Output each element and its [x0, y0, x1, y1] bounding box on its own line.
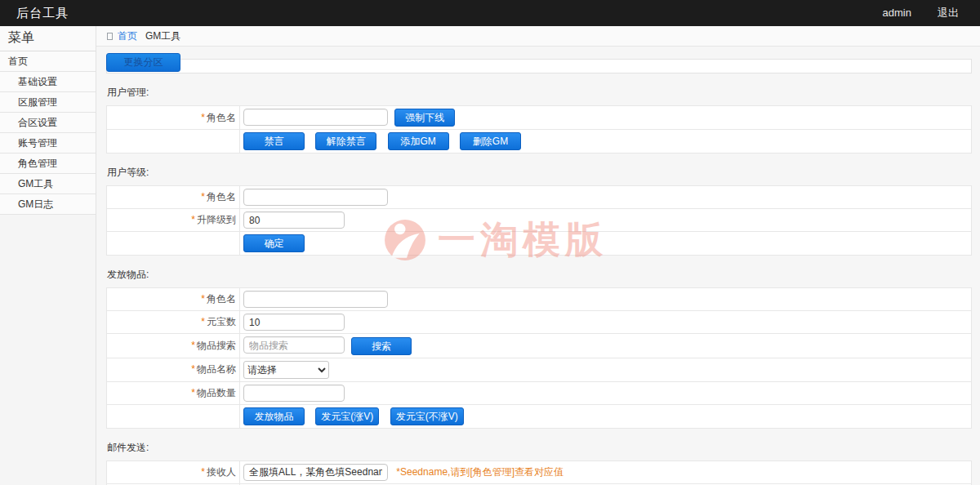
- item-search-field-cell: 搜索: [240, 334, 972, 358]
- empty-label-cell: [107, 404, 240, 428]
- section-title-mail-send: 邮件发送:: [107, 441, 972, 455]
- required-mark: *: [201, 112, 205, 123]
- empty-label-cell: [107, 130, 240, 154]
- receiver-input[interactable]: [243, 464, 388, 481]
- sidebar: 菜单 首页 基础设置 区服管理 合区设置 账号管理 角色管理 GM工具 GM日志: [0, 26, 96, 485]
- table-row: *角色名: [107, 186, 972, 209]
- role-name-label: 角色名: [207, 293, 236, 305]
- level-label: 升降级到: [197, 214, 236, 225]
- level-input[interactable]: [243, 211, 345, 229]
- breadcrumb-home-link[interactable]: 首页: [118, 29, 137, 43]
- unmute-button[interactable]: 解除禁言: [315, 132, 376, 150]
- mail-send-form: *接收人 *Seedname,请到[角色管理]查看对应值 *标题: [106, 461, 972, 485]
- add-gm-button[interactable]: 添加GM: [388, 132, 449, 150]
- section-title-user-level: 用户等级:: [107, 166, 972, 180]
- table-row: *元宝数: [107, 311, 972, 334]
- yuanbao-label: 元宝数: [207, 316, 236, 327]
- item-name-label-cell: *物品名称: [107, 358, 240, 381]
- yuanbao-amount-input[interactable]: [243, 314, 345, 331]
- grant-actions-cell: 发放物品 发元宝(涨V) 发元宝(不涨V): [240, 404, 972, 428]
- item-search-input[interactable]: [243, 336, 345, 354]
- switch-zone-button[interactable]: 更换分区: [106, 53, 180, 72]
- item-qty-label-cell: *物品数量: [107, 381, 240, 404]
- item-qty-input[interactable]: [243, 385, 345, 402]
- role-name-label-cell: *角色名: [107, 186, 240, 209]
- section-title-user-management: 用户管理:: [107, 86, 972, 100]
- required-mark: *: [191, 387, 195, 398]
- page-body: 更换分区 用户管理: *角色名 强制下线 禁言: [96, 47, 980, 485]
- item-search-label: 物品搜索: [197, 340, 236, 351]
- sidebar-item-role-management[interactable]: 角色管理: [0, 154, 96, 174]
- table-row: *物品名称 请选择: [107, 358, 972, 381]
- main-layout: 菜单 首页 基础设置 区服管理 合区设置 账号管理 角色管理 GM工具 GM日志…: [0, 26, 980, 485]
- required-mark: *: [201, 293, 205, 305]
- zone-tab-bar: 更换分区: [106, 54, 972, 73]
- role-name-label-cell: *角色名: [107, 106, 240, 130]
- table-row: *接收人 *Seedname,请到[角色管理]查看对应值: [107, 461, 972, 483]
- required-mark: *: [201, 466, 205, 478]
- force-offline-button[interactable]: 强制下线: [394, 109, 455, 127]
- content-area: 首页 GM工具 更换分区 用户管理: *角色名 强制下线: [96, 26, 980, 485]
- role-name-input[interactable]: [243, 109, 388, 126]
- item-search-label-cell: *物品搜索: [107, 334, 240, 358]
- app-title: 后台工具: [0, 6, 69, 21]
- receiver-label-cell: *接收人: [107, 461, 240, 483]
- section-title-grant-items: 发放物品:: [107, 268, 972, 282]
- required-mark: *: [201, 191, 205, 202]
- table-row: *角色名: [107, 288, 972, 311]
- user-management-form: *角色名 强制下线 禁言 解除禁言 添加GM 删除GM: [106, 105, 972, 154]
- role-name-label: 角色名: [207, 112, 236, 123]
- table-row: *物品搜索 搜索: [107, 334, 972, 358]
- required-mark: *: [201, 316, 205, 327]
- sidebar-item-account-management[interactable]: 账号管理: [0, 133, 96, 154]
- yuanbao-label-cell: *元宝数: [107, 311, 240, 334]
- table-row: *物品数量: [107, 381, 972, 404]
- sidebar-item-gm-logs[interactable]: GM日志: [0, 194, 96, 215]
- top-bar: 后台工具 admin 退出: [0, 0, 980, 26]
- breadcrumb-current: GM工具: [145, 29, 180, 43]
- role-name-label: 角色名: [207, 191, 236, 202]
- user-level-form: *角色名 *升降级到 确定: [106, 185, 972, 256]
- receiver-label: 接收人: [207, 466, 236, 478]
- role-name-field-cell: 强制下线: [240, 106, 972, 130]
- delete-gm-button[interactable]: 删除GM: [460, 132, 521, 150]
- item-name-field-cell: 请选择: [240, 358, 972, 381]
- user-actions-cell: 禁言 解除禁言 添加GM 删除GM: [240, 130, 972, 154]
- send-yuanbao-v-button[interactable]: 发元宝(涨V): [315, 407, 379, 425]
- sidebar-title: 菜单: [0, 26, 96, 51]
- current-user-link[interactable]: admin: [870, 0, 924, 26]
- grant-role-name-input[interactable]: [243, 291, 388, 308]
- confirm-button[interactable]: 确定: [243, 234, 305, 252]
- table-row: 发放物品 发元宝(涨V) 发元宝(不涨V): [107, 404, 972, 428]
- level-label-cell: *升降级到: [107, 209, 240, 232]
- sidebar-item-zone-management[interactable]: 区服管理: [0, 92, 96, 113]
- send-item-button[interactable]: 发放物品: [243, 407, 305, 425]
- table-row: 禁言 解除禁言 添加GM 删除GM: [107, 130, 972, 154]
- zone-tab-panel: [106, 59, 972, 73]
- home-icon: [107, 33, 113, 40]
- level-field-cell: [240, 209, 972, 232]
- level-role-name-input[interactable]: [243, 189, 388, 206]
- table-row: 确定: [107, 232, 972, 256]
- sidebar-item-home[interactable]: 首页: [0, 51, 96, 72]
- empty-label-cell: [107, 232, 240, 256]
- yuanbao-field-cell: [240, 311, 972, 334]
- receiver-field-cell: *Seedname,请到[角色管理]查看对应值: [240, 461, 972, 483]
- receiver-note: *Seedname,请到[角色管理]查看对应值: [396, 466, 564, 478]
- role-name-field-cell: [240, 288, 972, 311]
- sidebar-item-merge-settings[interactable]: 合区设置: [0, 113, 96, 133]
- logout-link[interactable]: 退出: [924, 0, 980, 26]
- role-name-field-cell: [240, 186, 972, 209]
- confirm-cell: 确定: [240, 232, 972, 256]
- table-row: *角色名 强制下线: [107, 106, 972, 130]
- sidebar-item-basic-settings[interactable]: 基础设置: [0, 72, 96, 92]
- breadcrumb: 首页 GM工具: [96, 26, 980, 47]
- search-button[interactable]: 搜索: [351, 337, 412, 355]
- sidebar-item-gm-tools[interactable]: GM工具: [0, 174, 96, 194]
- required-mark: *: [191, 340, 195, 351]
- mute-button[interactable]: 禁言: [243, 132, 305, 150]
- grant-items-form: *角色名 *元宝数 *物品搜索: [106, 287, 972, 428]
- item-name-select[interactable]: 请选择: [243, 361, 329, 379]
- send-yuanbao-nv-button[interactable]: 发元宝(不涨V): [390, 407, 464, 425]
- item-name-label: 物品名称: [197, 363, 236, 375]
